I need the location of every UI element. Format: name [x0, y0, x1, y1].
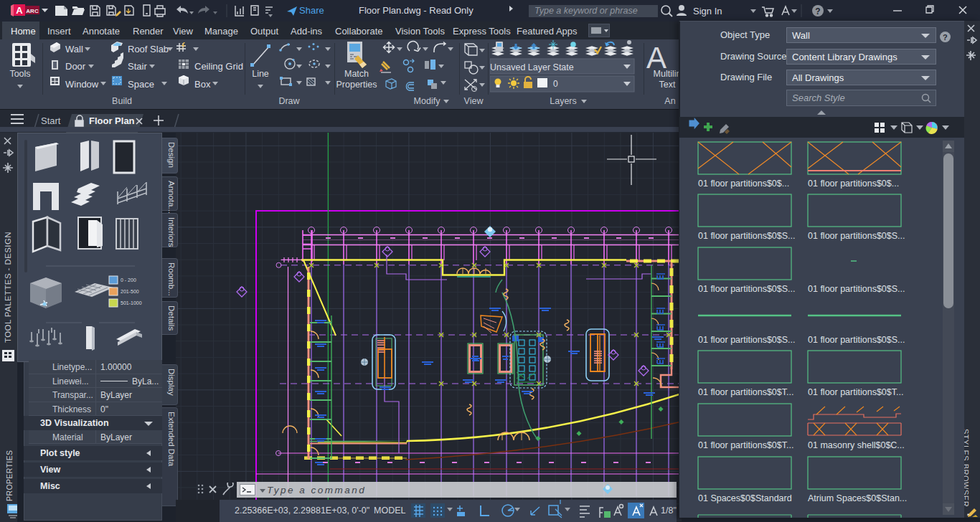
- svg-text:201-500: 201-500: [121, 289, 139, 294]
- svg-text:0: 0: [553, 79, 558, 89]
- svg-text:A: A: [646, 41, 666, 75]
- svg-text:A: A: [16, 5, 23, 16]
- svg-text:0 - 200: 0 - 200: [121, 277, 136, 283]
- svg-text:501-1000: 501-1000: [121, 300, 142, 305]
- svg-text:?: ?: [815, 6, 820, 16]
- svg-text:Share: Share: [299, 5, 324, 16]
- svg-text:ARC: ARC: [26, 8, 39, 14]
